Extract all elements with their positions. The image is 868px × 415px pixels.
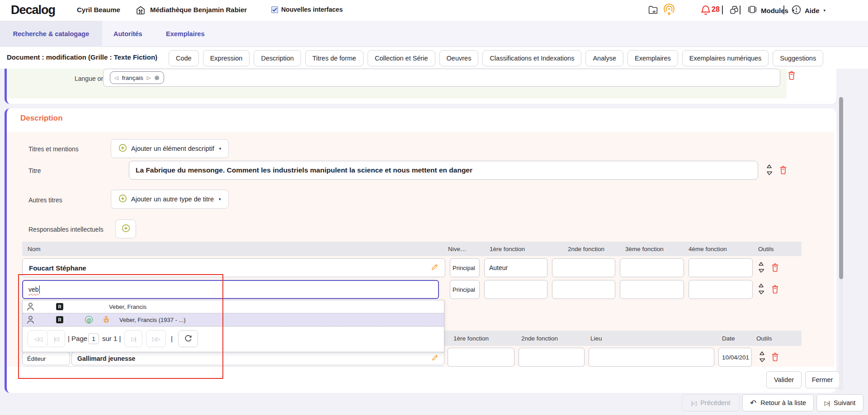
- responsable-fonction2-input[interactable]: [552, 280, 615, 299]
- fermer-button[interactable]: Fermer: [805, 371, 840, 388]
- edition-fonction2-input[interactable]: [519, 348, 585, 367]
- annotation-highlight-rectangle: [18, 274, 223, 379]
- column-header-outils: Outils: [758, 246, 774, 252]
- remove-tag-icon[interactable]: ⊗: [154, 74, 160, 81]
- edition-lieu-input[interactable]: [589, 348, 714, 367]
- modules-menu[interactable]: Modules ▾: [747, 0, 794, 21]
- responsable-fonction3-input[interactable]: [620, 280, 684, 299]
- section-button-titres-de-forme[interactable]: Titres de forme: [305, 50, 363, 66]
- responsable-fonction2-input[interactable]: [552, 258, 615, 277]
- section-button-oeuvres[interactable]: Oeuvres: [439, 50, 479, 66]
- new-interfaces-label: Nouvelles interfaces: [281, 6, 343, 13]
- responsable-niveau-input[interactable]: Principal: [450, 280, 480, 299]
- delete-row-icon[interactable]: [771, 352, 779, 362]
- responsable-fonction4-input[interactable]: [689, 258, 753, 277]
- langue-value: français: [122, 75, 143, 81]
- plus-circle-icon: [122, 224, 130, 234]
- langue-originale-card: Langue originale ◁ français ▷ ⊗: [5, 68, 836, 104]
- info-circle-icon: [791, 5, 802, 17]
- notifications-bell-icon[interactable]: [700, 4, 712, 18]
- add-title-type-label: Ajouter un autre type de titre: [131, 196, 214, 203]
- grid-section-buttons: Code Expression Description Titres de fo…: [169, 50, 868, 66]
- responsable-niveau-input[interactable]: Principal: [450, 258, 480, 277]
- form-scrollbar-thumb[interactable]: [839, 97, 843, 279]
- section-button-collection-serie[interactable]: Collection et Série: [368, 50, 435, 66]
- titres-mentions-label: Titres et mentions: [28, 145, 79, 153]
- plus-circle-icon: [118, 144, 127, 154]
- header-divider: [722, 5, 723, 14]
- section-button-classifications[interactable]: Classifications et Indexations: [482, 50, 581, 66]
- section-button-expression[interactable]: Expression: [203, 50, 250, 66]
- header-divider: [783, 5, 784, 14]
- edition-fonction1-input[interactable]: [448, 348, 514, 367]
- add-descriptive-element-label: Ajouter un élément descriptif: [131, 145, 214, 152]
- responsable-fonction3-input[interactable]: [620, 258, 684, 277]
- section-button-code[interactable]: Code: [169, 50, 199, 66]
- suivant-button[interactable]: ▷| Suivant: [816, 394, 863, 411]
- autres-titres-label: Autres titres: [28, 196, 62, 204]
- arrow-bar-right-icon: ▷|: [825, 400, 830, 406]
- section-button-description[interactable]: Description: [254, 50, 301, 66]
- column-header-fonction3: 3ème fonction: [625, 246, 664, 252]
- delete-titre-icon[interactable]: [779, 165, 788, 175]
- titre-input[interactable]: La Fabrique du mensonge. Comment les ind…: [129, 161, 758, 180]
- tab-autorites[interactable]: Autorités: [113, 21, 142, 47]
- form-scrollbar-track[interactable]: [839, 97, 843, 391]
- delete-row-icon[interactable]: [771, 263, 779, 272]
- windows-copy-icon[interactable]: [729, 5, 739, 17]
- move-left-icon[interactable]: ◁: [114, 75, 118, 81]
- suivant-label: Suivant: [834, 399, 855, 406]
- column-header-fonction4: 4ème fonction: [689, 246, 727, 252]
- responsable-fonction1-input[interactable]: Auteur: [484, 258, 547, 277]
- plus-circle-icon: [118, 194, 127, 204]
- user-name[interactable]: Cyril Beaume: [77, 6, 120, 14]
- add-descriptive-element-button[interactable]: Ajouter un élément descriptif ▾: [111, 139, 229, 158]
- library-name[interactable]: Médiathèque Benjamin Rabier: [150, 6, 247, 14]
- add-title-type-button[interactable]: Ajouter un autre type de titre ▾: [111, 190, 229, 209]
- column-header-nom: Nom: [28, 246, 41, 252]
- valider-button[interactable]: Valider: [766, 371, 802, 388]
- edit-pencil-icon[interactable]: [431, 263, 439, 273]
- arrow-bar-left-icon: |◁: [691, 400, 696, 406]
- delete-langue-icon[interactable]: [787, 70, 796, 80]
- edition-date-input[interactable]: 10/04/201: [718, 348, 752, 367]
- retour-liste-button[interactable]: ↶ Retour à la liste: [742, 394, 814, 411]
- decalog-logo: Decalog: [11, 3, 55, 17]
- add-responsable-button[interactable]: [115, 219, 136, 238]
- column-header-fonction1: 1ère fonction: [453, 335, 489, 342]
- precedent-button[interactable]: |◁ Précédent: [682, 394, 740, 411]
- module-cube-icon: [747, 4, 758, 17]
- tab-recherche-catalogage[interactable]: Recherche & catalogage: [0, 21, 102, 47]
- langue-originale-input[interactable]: ◁ français ▷ ⊗: [103, 69, 780, 87]
- sort-order-icon[interactable]: [766, 163, 772, 176]
- column-header-fonction1: 1ère fonction: [490, 246, 525, 252]
- section-button-analyse[interactable]: Analyse: [585, 50, 623, 66]
- new-interfaces-checkbox[interactable]: [271, 6, 278, 13]
- column-header-niveau: Nive…: [448, 246, 467, 252]
- section-button-suggestions[interactable]: Suggestions: [773, 50, 823, 66]
- langue-value-tag[interactable]: ◁ français ▷ ⊗: [110, 71, 164, 84]
- sort-order-icon[interactable]: [758, 261, 764, 274]
- top-header: Decalog Cyril Beaume Médiathèque Benjami…: [0, 0, 868, 21]
- caret-down-icon: ▾: [219, 197, 221, 201]
- library-building-icon: [135, 5, 146, 18]
- delete-row-icon[interactable]: [771, 284, 779, 294]
- folder-cloud-icon[interactable]: [647, 5, 659, 18]
- podcast-signal-icon[interactable]: [663, 4, 675, 18]
- section-button-exemplaires-numeriques[interactable]: Exemplaires numériques: [682, 50, 769, 66]
- retour-liste-label: Retour à la liste: [760, 399, 806, 406]
- column-header-date: Date: [722, 335, 735, 342]
- responsable-fonction1-input[interactable]: [484, 280, 547, 299]
- document-mode-title: Document : modification (Grille : Texte …: [7, 53, 157, 61]
- responsable-fonction4-input[interactable]: [689, 280, 753, 299]
- document-toolbar: Document : modification (Grille : Texte …: [0, 47, 868, 69]
- sort-order-icon[interactable]: [759, 350, 765, 363]
- help-menu[interactable]: Aide ▾: [791, 0, 826, 21]
- sort-order-icon[interactable]: [758, 283, 764, 295]
- notification-count-badge[interactable]: 28: [712, 5, 720, 14]
- edit-pencil-icon[interactable]: [431, 354, 439, 363]
- move-right-icon[interactable]: ▷: [147, 75, 151, 81]
- tab-exemplaires[interactable]: Exemplaires: [166, 21, 204, 47]
- column-header-lieu: Lieu: [590, 335, 602, 342]
- section-button-exemplaires[interactable]: Exemplaires: [627, 50, 678, 66]
